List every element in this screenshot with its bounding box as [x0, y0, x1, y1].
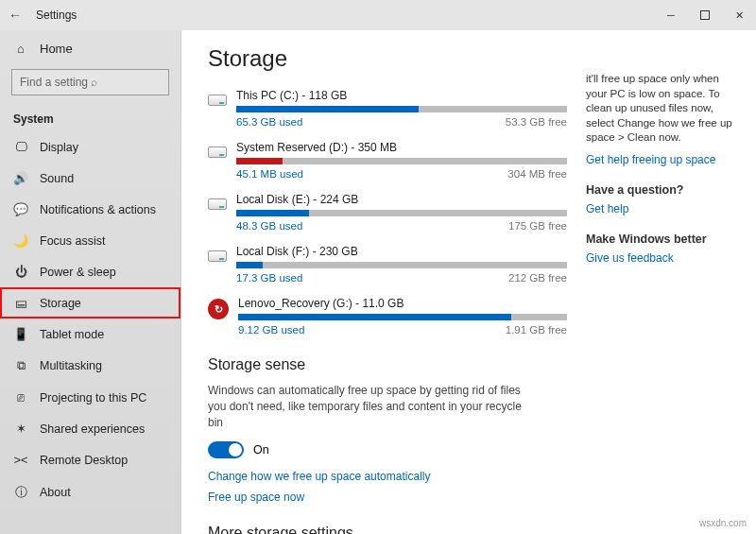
- storage-sense-toggle[interactable]: [208, 441, 244, 458]
- maximize-button[interactable]: [688, 0, 722, 30]
- disk-icon: [208, 146, 227, 158]
- sidebar-item-about[interactable]: ⓘAbout: [0, 475, 180, 509]
- nav-label: Power & sleep: [40, 266, 116, 279]
- content: Storage This PC (C:) - 118 GB65.3 GB use…: [181, 30, 586, 534]
- drive-row[interactable]: Local Disk (F:) - 230 GB17.3 GB used212 …: [208, 245, 567, 284]
- drive-used: 65.3 GB used: [236, 116, 302, 128]
- drive-used: 9.12 GB used: [238, 324, 304, 336]
- nav-icon: 🖴: [13, 296, 28, 310]
- sidebar-item-notifications-actions[interactable]: 💬Notifications & actions: [0, 194, 180, 225]
- svg-rect-0: [701, 11, 710, 20]
- disk-icon: [208, 95, 227, 106]
- nav-icon: ><: [13, 453, 28, 467]
- search-icon: ⌕: [91, 76, 162, 89]
- drive-title: System Reserved (D:) - 350 MB: [236, 141, 567, 154]
- group-header: System: [0, 103, 180, 131]
- titlebar: ← Settings ─ ✕: [0, 0, 756, 30]
- drive-row[interactable]: ↻Lenovo_Recovery (G:) - 11.0 GB9.12 GB u…: [208, 297, 567, 336]
- sidebar-item-storage[interactable]: 🖴Storage: [0, 287, 180, 319]
- drive-bar: [236, 210, 567, 216]
- drive-title: This PC (C:) - 118 GB: [236, 89, 567, 102]
- sidebar-item-multitasking[interactable]: ⧉Multitasking: [0, 350, 180, 382]
- sidebar-item-shared-experiences[interactable]: ✶Shared experiences: [0, 413, 180, 444]
- drive-bar: [236, 106, 567, 112]
- drive-free: 304 MB free: [507, 168, 567, 180]
- window-title: Settings: [36, 9, 77, 22]
- nav-label: Shared experiences: [40, 422, 145, 436]
- nav-label: Notifications & actions: [40, 203, 156, 216]
- nav-icon: 🌙: [13, 233, 28, 248]
- drive-title: Local Disk (E:) - 224 GB: [236, 193, 567, 206]
- nav-label: Remote Desktop: [40, 454, 128, 467]
- question-heading: Have a question?: [586, 183, 741, 197]
- watermark: wsxdn.com: [699, 518, 747, 528]
- nav-icon: 💬: [13, 202, 28, 216]
- search-input[interactable]: Find a setting ⌕: [11, 69, 169, 95]
- nav-icon: ⓘ: [13, 484, 28, 501]
- drive-row[interactable]: This PC (C:) - 118 GB65.3 GB used53.3 GB…: [208, 89, 567, 128]
- drive-title: Lenovo_Recovery (G:) - 11.0 GB: [238, 297, 567, 310]
- sidebar-item-focus-assist[interactable]: 🌙Focus assist: [0, 225, 180, 256]
- page-title: Storage: [208, 45, 567, 72]
- drive-bar: [236, 158, 567, 164]
- link-feedback[interactable]: Give us feedback: [586, 251, 741, 265]
- drive-free: 53.3 GB free: [506, 116, 567, 128]
- drive-bar: [238, 314, 567, 320]
- sidebar-item-power-sleep[interactable]: ⏻Power & sleep: [0, 256, 180, 287]
- minimize-button[interactable]: ─: [654, 0, 688, 30]
- home-label: Home: [40, 42, 73, 56]
- link-help-freeing-space[interactable]: Get help freeing up space: [586, 153, 741, 166]
- drive-used: 17.3 GB used: [236, 272, 302, 284]
- nav-label: Multitasking: [40, 359, 102, 372]
- nav-label: Storage: [40, 297, 81, 310]
- drive-free: 175 GB free: [508, 220, 567, 232]
- nav-label: Sound: [40, 172, 74, 185]
- tip-text: it'll free up space only when your PC is…: [586, 72, 741, 146]
- home-icon: ⌂: [13, 42, 28, 56]
- more-storage-heading: More storage settings: [208, 525, 567, 534]
- nav-label: Tablet mode: [40, 328, 104, 341]
- drive-free: 1.91 GB free: [506, 324, 567, 336]
- drive-used: 45.1 MB used: [236, 168, 303, 180]
- sidebar: ⌂ Home Find a setting ⌕ System 🖵Display🔊…: [0, 30, 181, 534]
- sidebar-item-tablet-mode[interactable]: 📱Tablet mode: [0, 319, 180, 350]
- nav-icon: ✶: [13, 422, 28, 436]
- disk-icon: [208, 198, 227, 210]
- drive-used: 48.3 GB used: [236, 220, 302, 232]
- drive-row[interactable]: System Reserved (D:) - 350 MB45.1 MB use…: [208, 141, 567, 180]
- sidebar-item-sound[interactable]: 🔊Sound: [0, 163, 180, 194]
- drive-title: Local Disk (F:) - 230 GB: [236, 245, 567, 258]
- drive-bar: [236, 262, 567, 268]
- nav-icon: 🖵: [13, 140, 28, 154]
- nav-icon: 🔊: [13, 171, 28, 185]
- link-change-free-up[interactable]: Change how we free up space automaticall…: [208, 470, 567, 483]
- drive-free: 212 GB free: [508, 272, 567, 284]
- nav-icon: ⧉: [13, 358, 28, 373]
- nav-label: Display: [40, 141, 78, 154]
- sidebar-item-projecting-to-this-pc[interactable]: ⎚Projecting to this PC: [0, 382, 180, 413]
- home-button[interactable]: ⌂ Home: [0, 36, 180, 61]
- search-placeholder: Find a setting: [20, 76, 91, 89]
- nav-label: Focus assist: [40, 234, 105, 248]
- sidebar-item-remote-desktop[interactable]: ><Remote Desktop: [0, 444, 180, 475]
- toggle-label: On: [253, 443, 269, 456]
- aside: it'll free up space only when your PC is…: [586, 30, 756, 534]
- nav-icon: ⏻: [13, 265, 28, 279]
- storage-sense-desc: Windows can automatically free up space …: [208, 383, 529, 430]
- sidebar-item-display[interactable]: 🖵Display: [0, 131, 180, 163]
- recovery-icon: ↻: [208, 299, 229, 319]
- nav-label: About: [40, 486, 71, 499]
- nav-icon: ⎚: [13, 390, 28, 405]
- link-free-up-now[interactable]: Free up space now: [208, 491, 567, 504]
- better-heading: Make Windows better: [586, 233, 741, 246]
- close-button[interactable]: ✕: [722, 0, 756, 30]
- nav-label: Projecting to this PC: [40, 391, 146, 405]
- drive-row[interactable]: Local Disk (E:) - 224 GB48.3 GB used175 …: [208, 193, 567, 232]
- storage-sense-heading: Storage sense: [208, 356, 567, 373]
- nav-icon: 📱: [13, 327, 28, 341]
- link-get-help[interactable]: Get help: [586, 202, 741, 215]
- disk-icon: [208, 250, 227, 262]
- back-button[interactable]: ←: [0, 8, 30, 23]
